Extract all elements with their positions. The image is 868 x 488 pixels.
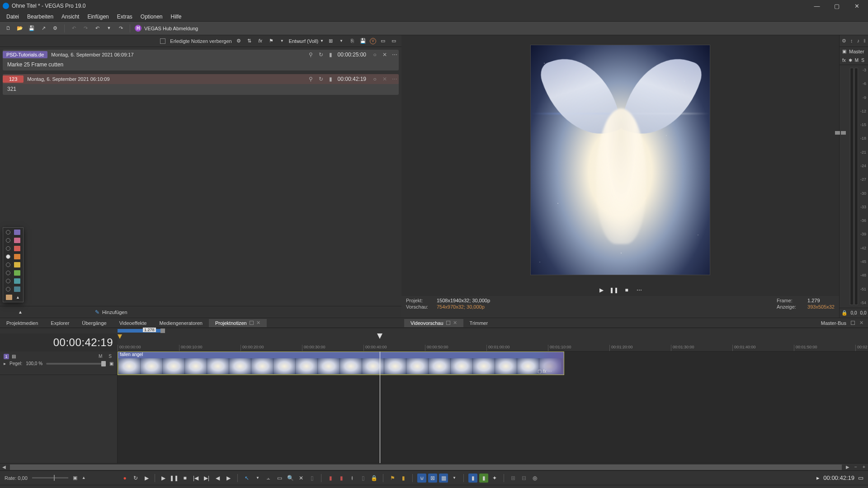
tab-mediengeneratoren[interactable]: Mediengeneratoren [153,319,209,327]
tab-detach-icon[interactable] [250,321,254,325]
note-marker-icon[interactable]: ▮ [327,75,335,83]
go-end-button[interactable]: ▶| [202,474,211,483]
zoom-out-icon[interactable]: − [852,464,860,470]
minimap-range[interactable] [118,329,163,333]
stop-button[interactable]: ■ [180,474,189,483]
external-preview-icon[interactable]: ⎘ [348,37,356,45]
track-mute[interactable]: M [97,353,104,359]
video-clip[interactable]: fallen angel ▢ fx ⋯ [118,352,564,375]
save-project-icon[interactable]: 💾 [27,24,36,33]
quantize-icon[interactable]: ▦ [439,474,448,483]
redo-icon[interactable]: ↷ [116,24,125,33]
color-option[interactable] [6,278,20,284]
zoom-in-icon[interactable]: + [860,464,868,470]
notes-filter-icon[interactable]: ⇅ [245,37,254,45]
timeline-minimap[interactable]: 1.278 [0,328,868,333]
color-option[interactable] [6,238,20,243]
track-solo[interactable]: S [107,353,113,359]
track-automation-icon[interactable]: ▣ [109,361,113,366]
grid-dropdown-icon[interactable]: ▼ [337,37,345,45]
master-settings-icon[interactable]: ⚙ [842,38,846,43]
tab-projektmedien[interactable]: Projektmedien [0,319,44,327]
render-icon[interactable]: ↗ [39,24,48,33]
prev-frame-button[interactable]: ◀ [213,474,222,483]
open-project-icon[interactable]: 📂 [15,24,24,33]
menu-extras[interactable]: Extras [113,12,136,21]
note-delete-icon[interactable]: ✕ [381,75,389,83]
undo-dropdown-icon[interactable]: ▼ [104,24,113,33]
note-item[interactable]: 123 Montag, 6. September 2021 06:10:09 ⚲… [3,74,399,95]
tab-uebergaenge[interactable]: Übergänge [75,319,113,327]
auto-ripple-icon[interactable]: ⊍ [417,474,426,483]
add-note-label[interactable]: Hinzufügen [102,310,127,315]
tab-projektnotizen[interactable]: Projektnotizen ✕ [209,319,267,327]
color-option[interactable] [6,270,20,276]
play-button[interactable]: ▶ [159,474,168,483]
maximize-button[interactable]: ▢ [828,1,845,11]
color-option[interactable] [6,230,20,235]
properties-icon[interactable]: ⚙ [51,24,60,33]
snap-markers-icon[interactable]: ✦ [490,474,499,483]
normal-edit-tool[interactable]: ↖ [242,474,251,483]
selection-snap-icon[interactable]: ▭ [275,474,284,483]
close-button[interactable]: ✕ [848,1,865,11]
tab-close-icon[interactable]: ✕ [256,320,260,325]
undo-icon[interactable]: ↶ [93,24,102,33]
snap-grid-icon[interactable]: ▮ [479,474,488,483]
snap-icon[interactable]: ⫠ [264,474,273,483]
flag-yellow-icon[interactable]: ⚑ [388,474,397,483]
loop-play-button[interactable]: ↻ [131,474,140,483]
grid-icon[interactable]: ⊞ [326,37,335,45]
rate-dropdown-icon[interactable]: ▲ [82,476,86,480]
note-link-icon[interactable]: ⚲ [307,75,315,83]
notes-settings-icon[interactable]: ⚙ [235,37,243,45]
event-pan-icon[interactable]: ◎ [530,474,539,483]
chevron-up-icon[interactable]: ▲ [18,310,23,314]
note-done-icon[interactable]: ○ [371,51,379,59]
snap-enabled-icon[interactable]: ▮ [468,474,477,483]
track-header-1[interactable]: 1 ▤ M S ▸ Pegel: 100,0 % ▣ [0,352,117,375]
tab-videoeffekte[interactable]: Videoeffekte [113,319,153,327]
master-gear-icon[interactable]: ✱ [849,58,852,63]
preview-quality-dropdown[interactable]: Entwurf (Voll)▼ [289,38,324,44]
tab-close-icon[interactable]: ✕ [453,320,457,325]
color-option[interactable]: ▲ [6,295,20,300]
lock-icon[interactable]: 🔒 [841,310,848,315]
play-button[interactable]: ▶ [597,286,605,294]
preview-v-icon[interactable]: V [370,38,376,44]
menu-ansicht[interactable]: Ansicht [58,12,83,21]
tab-detach-icon[interactable] [851,321,855,325]
zoom-tool-icon[interactable]: 🔍 [286,474,295,483]
tool-dropdown-icon[interactable]: ▼ [253,474,262,483]
note-more-icon[interactable]: ⋯ [391,75,399,83]
pause-button[interactable]: ❚❚ [170,474,179,483]
playhead-line[interactable] [380,352,380,463]
add-note-icon[interactable]: ✎ [95,310,99,315]
clip-fx-label[interactable]: fx [543,369,547,374]
tab-videovorschau[interactable]: Videovorschau ✕ [404,319,463,327]
track-body[interactable]: fallen angel ▢ fx ⋯ [118,352,868,463]
clip-more-icon[interactable]: ⋯ [547,369,552,374]
new-project-icon[interactable]: 🗋 [4,24,13,33]
note-item[interactable]: PSD-Tutorials.de Montag, 6. September 20… [3,50,399,70]
flag-yellow2-icon[interactable]: ▮ [399,474,408,483]
minimap-handle[interactable] [160,328,165,333]
rate-slider[interactable] [32,477,68,479]
auto-crossfade-icon[interactable]: ⊠ [428,474,437,483]
hscroll-track[interactable] [10,465,842,470]
timecode-box-icon[interactable]: ▭ [858,475,863,481]
go-start-button[interactable]: |◀ [191,474,200,483]
scroll-right-icon[interactable]: ▶ [844,464,852,470]
hide-done-checkbox[interactable] [160,38,165,44]
marker-split-icon[interactable]: ⫲ [348,474,357,483]
rate-reset-icon[interactable]: ▣ [73,475,77,480]
notes-flag-icon[interactable]: ⚑ [267,37,275,45]
color-option[interactable] [6,246,20,251]
note-more-icon[interactable]: ⋯ [391,51,399,59]
note-link-icon[interactable]: ⚲ [307,51,315,59]
clip-fade-region[interactable]: ▢ fx ⋯ [536,352,564,375]
minimize-button[interactable]: — [808,1,826,11]
color-option[interactable] [6,286,20,292]
stop-button[interactable]: ■ [623,286,631,294]
master-insert-icon[interactable]: ↕ [850,38,853,43]
